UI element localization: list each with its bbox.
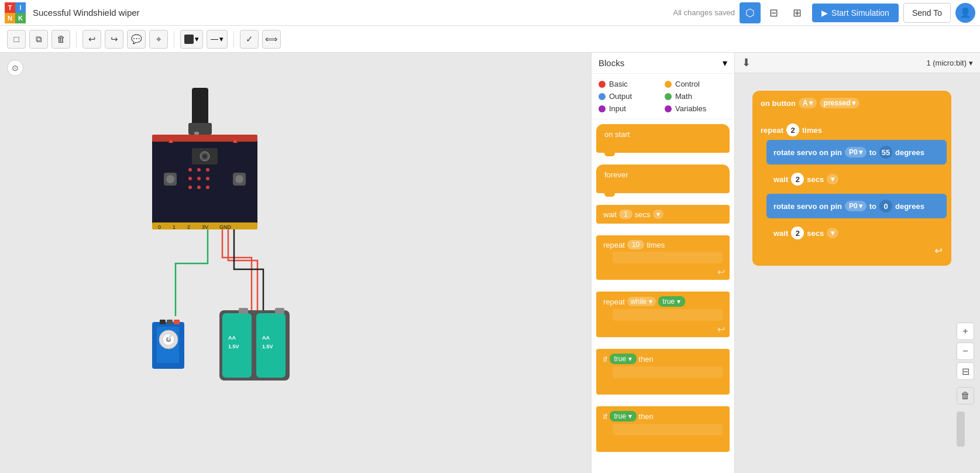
trash-btn[interactable]: 🗑 [957,387,974,405]
logo-k: K [15,13,26,23]
rotate2-label: rotate servo on pin [773,202,842,211]
rotate2-to: to [869,202,876,211]
rotate1-pin-dropdown[interactable]: P0 ▾ [845,147,866,157]
wait-block[interactable]: wait 1 secs ▾ [596,205,730,224]
category-math[interactable]: Math [665,92,727,101]
math-dot [665,93,672,100]
blocks-list: on start forever wait 1 secs ▾ [592,119,734,473]
split-view-btn[interactable]: ⊟ [763,2,784,23]
category-basic[interactable]: Basic [599,80,661,88]
category-control[interactable]: Control [665,80,727,88]
blocks-panel: Blocks ▾ Basic Control Output Math I [591,53,734,473]
zoom-fit-icon: ⊟ [962,366,969,377]
category-input-label: Input [609,104,626,113]
svg-point-26 [202,154,207,159]
download-icon[interactable]: ⬇ [742,56,751,69]
line-style-picker[interactable]: — ▾ [207,30,228,49]
svg-text:1.5V: 1.5V [228,344,239,349]
repeat-while-dropdown[interactable]: while ▾ [627,297,656,306]
button-select-dropdown[interactable]: A ▾ [799,98,817,108]
tinkercad-logo[interactable]: T I N K [5,2,26,23]
undo-btn[interactable]: ↩ [82,30,101,49]
if-then-block-2[interactable]: if true ▾ then [596,406,730,452]
copy-btn[interactable]: ⧉ [29,30,48,49]
if-true-val-1: true ▾ [610,354,637,364]
wait-1-block[interactable]: wait 2 secs ▾ [766,167,947,191]
action-select-dropdown[interactable]: pressed ▾ [820,98,859,108]
zoom-fit-btn[interactable]: ⊟ [957,362,974,380]
wait1-suffix-label: secs [807,175,824,184]
then-label-1: then [639,355,654,364]
comment-btn[interactable]: 💬 [127,30,146,49]
grid-icon: ⊞ [793,6,802,19]
wait-secs-label: secs [635,210,651,219]
play-icon: ▶ [821,8,828,18]
toolbar-divider-3 [233,31,234,47]
device-label: 1 (micro:bit) [926,59,967,67]
delete-btn[interactable]: 🗑 [51,30,70,49]
svg-rect-36 [239,308,248,314]
redo-btn[interactable]: ↪ [105,30,123,49]
zoom-out-btn[interactable]: − [957,342,974,360]
svg-point-9 [197,177,201,180]
toolbar-divider-1 [76,31,77,47]
forever-block[interactable]: forever [596,164,730,193]
scroll-indicator[interactable] [957,412,965,447]
category-output-label: Output [609,92,632,101]
wait1-unit-dropdown[interactable]: ▾ [827,174,838,184]
device-select[interactable]: 1 (micro:bit) ▾ [926,59,973,67]
wait2-unit-dropdown[interactable]: ▾ [827,228,838,238]
category-input[interactable]: Input [599,104,661,113]
rotate-servo-1-block[interactable]: rotate servo on pin P0 ▾ to 55 degrees [766,140,947,164]
wait1-val: 2 [791,173,804,186]
rotate-servo-2-block[interactable]: rotate servo on pin P0 ▾ to 0 degrees [766,194,947,218]
canvas-zoom-btn[interactable]: ⊙ [7,60,23,76]
rotate2-degrees: degrees [895,202,924,211]
rotate1-val: 55 [879,146,892,159]
design-canvas[interactable]: ⊙ [0,53,591,473]
on-start-block[interactable]: on start [596,124,730,153]
wait-unit-dropdown[interactable]: ▾ [653,210,663,219]
on-button-hat-block[interactable]: on button A ▾ pressed ▾ [752,91,951,116]
rotate2-pin-dropdown[interactable]: P0 ▾ [845,201,866,211]
repeat-arrow-icon: ↩ [757,245,947,256]
main-area: ⊙ [0,53,980,473]
svg-text:0: 0 [158,224,161,230]
repeat-while-block[interactable]: repeat while ▾ true ▾ ↩ [596,292,730,337]
svg-point-7 [206,168,209,172]
start-simulation-button[interactable]: ▶ Start Simulation [812,4,899,22]
wait2-suffix-label: secs [807,229,824,238]
zoom-in-btn[interactable]: + [957,323,974,340]
new-btn[interactable]: □ [7,30,26,49]
category-output[interactable]: Output [599,92,661,101]
category-variables[interactable]: Variables [665,104,727,113]
line-icon: — [211,35,218,43]
send-to-button[interactable]: Send To [903,3,951,23]
wait-2-block[interactable]: wait 2 secs ▾ [766,221,947,245]
schematic-view-btn[interactable]: ⊞ [786,2,807,23]
if-label-1: if [603,355,607,364]
workspace-canvas[interactable]: on button A ▾ pressed ▾ repeat [735,73,980,473]
blocks-dropdown-icon[interactable]: ▾ [723,57,727,68]
align-btn[interactable]: ✓ [240,30,259,49]
header-icons: ⬡ ⊟ ⊞ [740,2,807,23]
wait-value: 1 [619,210,632,219]
svg-point-8 [188,177,192,180]
repeat-block[interactable]: repeat 10 times ↩ [596,235,730,280]
inspect-btn[interactable]: ⌖ [149,30,168,49]
color-picker[interactable]: ▾ [180,30,203,49]
control-dot [665,81,672,88]
svg-point-15 [166,175,174,183]
code-view-btn[interactable]: ⬡ [740,2,761,23]
if-then-block-1[interactable]: if true ▾ then [596,349,730,395]
wait2-label: wait [773,229,788,238]
user-avatar[interactable]: 👤 [955,3,975,23]
mirror-btn[interactable]: ⟺ [262,30,281,49]
code-workspace[interactable]: ⬇ 1 (micro:bit) ▾ on button A ▾ [734,53,980,473]
forever-label: forever [604,170,628,179]
svg-point-17 [235,175,243,183]
rotate1-pin-val: P0 [849,148,858,156]
variables-dot [665,105,672,112]
svg-text:1.5V: 1.5V [262,344,273,349]
output-dot [599,93,606,100]
